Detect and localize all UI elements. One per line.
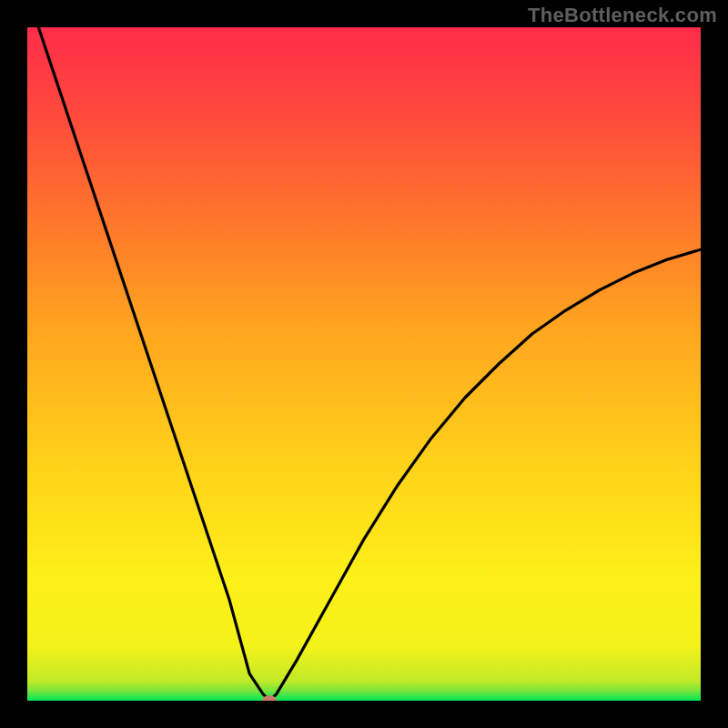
chart-frame: TheBottleneck.com bbox=[0, 0, 728, 728]
bottleneck-curve bbox=[27, 27, 701, 701]
watermark-text: TheBottleneck.com bbox=[528, 4, 717, 27]
curve-path bbox=[27, 27, 701, 701]
plot-area bbox=[27, 27, 701, 701]
minimum-marker bbox=[262, 695, 277, 701]
